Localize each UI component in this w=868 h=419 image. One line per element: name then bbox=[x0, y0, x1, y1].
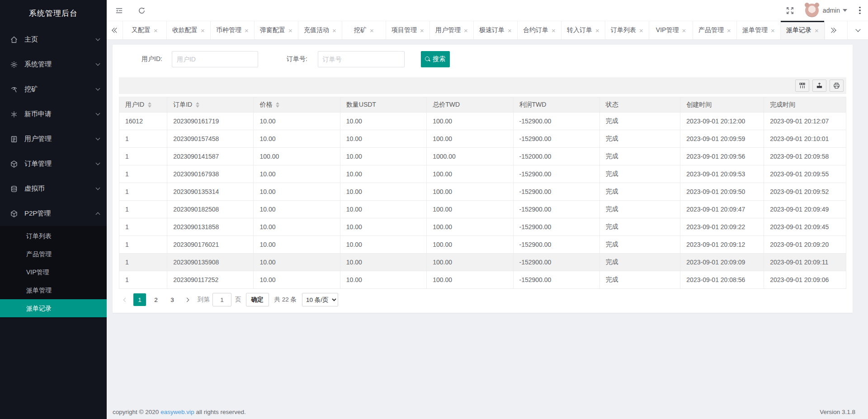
sidebar-item-label: P2P管理 bbox=[24, 209, 96, 218]
tab-合约订单[interactable]: 合约订单× bbox=[518, 21, 561, 39]
copyright-suffix: all rights reserved. bbox=[196, 409, 246, 415]
table-cell: 2023090176021 bbox=[167, 236, 254, 254]
tab-极速订单[interactable]: 极速订单× bbox=[474, 21, 518, 39]
table-cell: 1000.00 bbox=[427, 148, 513, 165]
sidebar-item-新币申请[interactable]: 新币申请 bbox=[0, 102, 107, 127]
sort-asc-icon bbox=[196, 102, 199, 104]
sidebar-item-系统管理[interactable]: 系统管理 bbox=[0, 52, 107, 77]
tab-close-icon[interactable]: × bbox=[332, 27, 336, 34]
export-button[interactable] bbox=[812, 80, 826, 92]
tab-close-icon[interactable]: × bbox=[815, 27, 819, 34]
tab-转入订单[interactable]: 转入订单× bbox=[561, 21, 605, 39]
refresh-icon[interactable] bbox=[137, 5, 146, 15]
sidebar-item-label: 挖矿 bbox=[24, 85, 96, 94]
sort-desc-icon bbox=[148, 105, 151, 108]
tab-用户管理[interactable]: 用户管理× bbox=[430, 21, 474, 39]
tab-close-icon[interactable]: × bbox=[464, 27, 468, 34]
tab-close-icon[interactable]: × bbox=[595, 27, 599, 34]
table-cell: 1 bbox=[119, 271, 167, 289]
tab-充值活动[interactable]: 充值活动× bbox=[298, 21, 342, 39]
page-numbers: 123 bbox=[132, 293, 180, 306]
table-cell: 100.00 bbox=[427, 271, 513, 289]
sidebar-item-P2P管理[interactable]: P2P管理 bbox=[0, 201, 107, 226]
table-cell: 10.00 bbox=[254, 218, 340, 236]
table-cell: -152900.00 bbox=[513, 113, 599, 130]
tabs-scroll-right-icon[interactable] bbox=[825, 21, 841, 39]
goto-page-input[interactable] bbox=[212, 293, 231, 306]
tab-close-icon[interactable]: × bbox=[682, 27, 686, 34]
sidebar-subitem-派单管理[interactable]: 派单管理 bbox=[0, 281, 107, 299]
sort-icon[interactable] bbox=[148, 102, 151, 108]
tab-项目管理[interactable]: 项目管理× bbox=[386, 21, 430, 39]
tab-收款配置[interactable]: 收款配置× bbox=[167, 21, 211, 39]
search-button[interactable]: 搜索 bbox=[421, 51, 450, 67]
tab-弹窗配置[interactable]: 弹窗配置× bbox=[255, 21, 298, 39]
tab-派单记录[interactable]: 派单记录× bbox=[781, 21, 825, 39]
sidebar-item-虚拟币[interactable]: 虚拟币 bbox=[0, 176, 107, 201]
tab-派单管理[interactable]: 派单管理× bbox=[737, 21, 781, 39]
table-cell: 10.00 bbox=[340, 254, 426, 271]
easyweb-link[interactable]: easyweb.vip bbox=[160, 409, 194, 415]
tab-close-icon[interactable]: × bbox=[420, 27, 424, 34]
page-number-1[interactable]: 1 bbox=[133, 293, 146, 306]
print-button[interactable] bbox=[830, 80, 844, 92]
table-cell: 10.00 bbox=[340, 218, 426, 236]
table-cell: 10.00 bbox=[340, 130, 426, 148]
table-cell: 2023-09-01 20:09:56 bbox=[680, 148, 764, 165]
sidebar-subitem-VIP管理[interactable]: VIP管理 bbox=[0, 263, 107, 281]
goto-confirm-button[interactable]: 确定 bbox=[246, 293, 269, 306]
table-cell: 2023090117252 bbox=[167, 271, 254, 289]
sidebar-subitem-派单记录[interactable]: 派单记录 bbox=[0, 299, 107, 317]
sidebar-item-挖矿[interactable]: 挖矿 bbox=[0, 77, 107, 102]
sidebar-subitem-产品管理[interactable]: 产品管理 bbox=[0, 245, 107, 263]
sidebar-subitem-订单列表[interactable]: 订单列表 bbox=[0, 227, 107, 245]
tabs-scroll-left-icon[interactable] bbox=[107, 21, 123, 39]
sidebar-item-主页[interactable]: 主页 bbox=[0, 27, 107, 52]
page-number-3[interactable]: 3 bbox=[166, 293, 179, 306]
tab-VIP管理[interactable]: VIP管理× bbox=[649, 21, 693, 39]
user-menu[interactable]: admin bbox=[805, 4, 847, 17]
tab-operations-dropdown-icon[interactable] bbox=[847, 21, 868, 39]
tab-close-icon[interactable]: × bbox=[639, 27, 643, 34]
tab-close-icon[interactable]: × bbox=[370, 27, 374, 34]
table-cell: 10.00 bbox=[340, 113, 426, 130]
tab-币种管理[interactable]: 币种管理× bbox=[211, 21, 255, 39]
page-number-2[interactable]: 2 bbox=[150, 293, 162, 306]
fullscreen-icon[interactable] bbox=[785, 5, 795, 15]
tab-close-icon[interactable]: × bbox=[201, 27, 205, 34]
order-no-input[interactable] bbox=[318, 51, 405, 67]
tab-挖矿[interactable]: 挖矿× bbox=[342, 21, 386, 39]
tab-label: 产品管理 bbox=[698, 26, 724, 34]
next-page-icon[interactable] bbox=[180, 293, 193, 306]
footer: copyright © 2020 easyweb.vip all rights … bbox=[113, 409, 855, 415]
sort-icon[interactable] bbox=[276, 102, 279, 108]
collapse-menu-icon[interactable] bbox=[114, 5, 124, 15]
page-size-select[interactable]: 10 条/页 bbox=[302, 293, 338, 306]
columns-filter-button[interactable] bbox=[795, 80, 809, 92]
tab-close-icon[interactable]: × bbox=[552, 27, 556, 34]
table-row: 1202309013590810.0010.00100.00-152900.00… bbox=[119, 254, 846, 271]
tab-close-icon[interactable]: × bbox=[288, 27, 292, 34]
table-cell: 2023090135314 bbox=[167, 183, 254, 201]
sidebar-item-用户管理[interactable]: 用户管理 bbox=[0, 127, 107, 151]
tab-订单列表[interactable]: 订单列表× bbox=[605, 21, 649, 39]
tab-close-icon[interactable]: × bbox=[508, 27, 512, 34]
column-header-label: 数量USDT bbox=[346, 101, 376, 108]
column-header-label: 总价TWD bbox=[433, 101, 460, 108]
tab-close-icon[interactable]: × bbox=[727, 27, 731, 34]
tab-close-icon[interactable]: × bbox=[154, 27, 158, 34]
p2p-cube-icon bbox=[10, 210, 18, 218]
user-id-input[interactable] bbox=[172, 51, 258, 67]
chevron-down-icon bbox=[96, 61, 100, 66]
sidebar-item-订单管理[interactable]: 订单管理 bbox=[0, 151, 107, 176]
tab-close-icon[interactable]: × bbox=[245, 27, 249, 34]
sort-icon[interactable] bbox=[196, 102, 199, 108]
more-menu-icon[interactable] bbox=[859, 7, 861, 14]
avatar[interactable] bbox=[805, 4, 819, 17]
table-cell: 2023-09-01 20:09:47 bbox=[680, 201, 764, 218]
tab-产品管理[interactable]: 产品管理× bbox=[693, 21, 737, 39]
tab-又配置[interactable]: 又配置× bbox=[123, 21, 167, 39]
tab-close-icon[interactable]: × bbox=[771, 27, 775, 34]
table-cell: 2023-09-01 20:12:07 bbox=[764, 113, 846, 130]
prev-page-icon[interactable] bbox=[119, 293, 132, 306]
